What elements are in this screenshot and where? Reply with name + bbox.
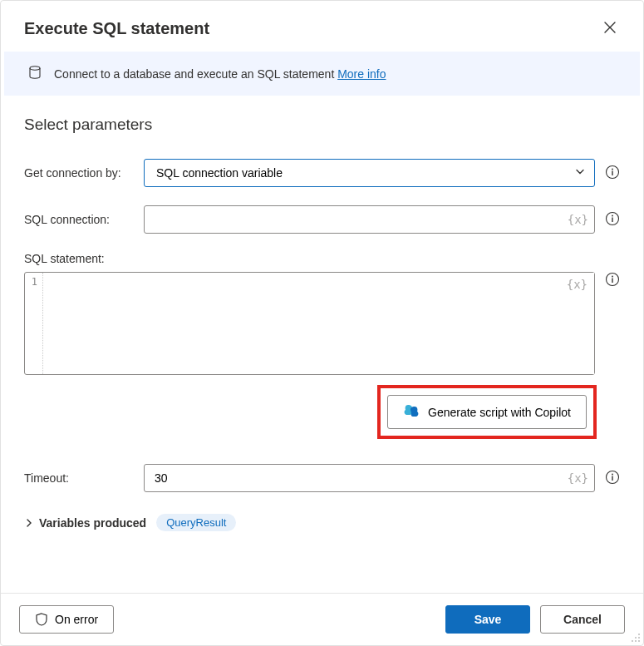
svg-point-17 <box>635 640 637 642</box>
svg-point-11 <box>612 473 613 475</box>
svg-rect-9 <box>612 279 612 284</box>
svg-point-5 <box>612 215 613 216</box>
svg-point-8 <box>612 276 613 278</box>
chevron-right-icon <box>24 518 34 528</box>
variable-chip[interactable]: QueryResult <box>156 514 236 531</box>
variable-icon[interactable]: {x} <box>567 278 587 291</box>
sql-connection-input[interactable] <box>144 205 595 234</box>
dialog-title: Execute SQL statement <box>24 19 209 38</box>
svg-point-13 <box>638 634 640 635</box>
generate-script-button[interactable]: Generate script with Copilot <box>387 395 587 429</box>
timeout-input[interactable] <box>144 464 595 492</box>
svg-point-18 <box>638 640 640 642</box>
svg-rect-3 <box>612 170 612 175</box>
get-connection-label: Get connection by: <box>24 166 134 180</box>
sql-statement-textarea[interactable] <box>43 273 594 374</box>
resize-grip-icon[interactable] <box>631 633 641 643</box>
svg-point-16 <box>632 640 633 642</box>
timeout-label: Timeout: <box>24 471 134 485</box>
database-icon <box>27 65 42 82</box>
svg-point-2 <box>612 168 613 170</box>
sql-statement-label: SQL statement: <box>24 252 620 265</box>
info-icon[interactable] <box>605 272 620 289</box>
variable-icon[interactable]: {x} <box>568 471 588 485</box>
line-gutter: 1 <box>25 273 43 374</box>
cancel-button[interactable]: Cancel <box>540 605 625 634</box>
get-connection-select[interactable]: SQL connection variable <box>144 159 595 187</box>
close-button[interactable] <box>600 17 620 40</box>
on-error-button[interactable]: On error <box>19 605 114 634</box>
sql-statement-editor[interactable]: 1 {x} <box>24 272 595 375</box>
svg-point-0 <box>30 67 40 70</box>
info-banner: Connect to a database and execute an SQL… <box>4 52 640 96</box>
close-icon <box>603 21 617 34</box>
info-icon[interactable] <box>605 165 620 182</box>
highlight-box: Generate script with Copilot <box>377 385 597 439</box>
banner-text: Connect to a database and execute an SQL… <box>54 67 386 81</box>
chevron-down-icon <box>574 166 586 180</box>
svg-rect-6 <box>612 217 612 222</box>
section-heading: Select parameters <box>24 116 620 134</box>
info-icon[interactable] <box>605 211 620 229</box>
more-info-link[interactable]: More info <box>337 67 386 81</box>
sql-connection-label: SQL connection: <box>24 213 134 226</box>
svg-point-15 <box>638 637 640 639</box>
shield-icon <box>35 613 48 626</box>
variable-icon[interactable]: {x} <box>568 213 588 226</box>
variables-produced-toggle[interactable]: Variables produced <box>24 516 146 530</box>
svg-point-14 <box>635 637 637 639</box>
info-icon[interactable] <box>605 470 620 487</box>
save-button[interactable]: Save <box>445 605 530 634</box>
svg-rect-12 <box>612 476 612 481</box>
copilot-icon <box>403 402 420 422</box>
